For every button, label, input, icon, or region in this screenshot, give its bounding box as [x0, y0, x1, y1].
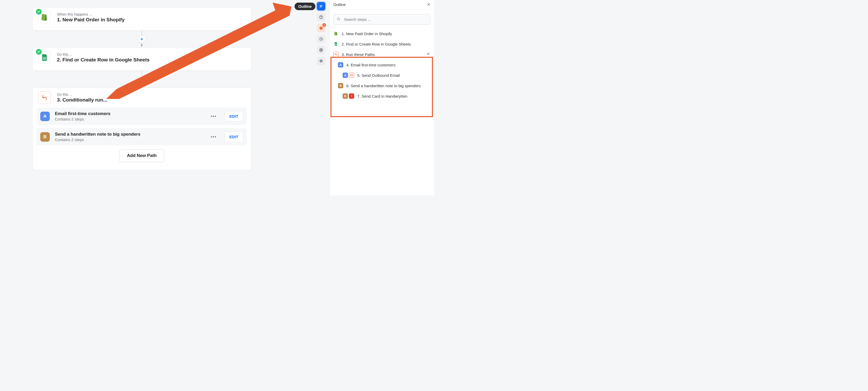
- editor-mini-toolbar: 3: [317, 2, 325, 65]
- path-letter-badge: A: [40, 112, 50, 121]
- path-b-icon: B: [338, 83, 343, 88]
- outline-search-input[interactable]: [333, 14, 430, 25]
- success-check-icon: [36, 49, 42, 55]
- outline-step-paths[interactable]: 3. Run these Paths: [333, 49, 434, 60]
- issues-badge: 3: [322, 23, 326, 27]
- path-edit-button[interactable]: EDIT: [224, 132, 243, 142]
- history-button[interactable]: [317, 35, 325, 43]
- svg-point-16: [337, 18, 339, 20]
- path-subtitle: Contains 2 steps: [55, 138, 203, 142]
- path-letter-badge: B: [40, 132, 50, 142]
- add-step-button[interactable]: +: [138, 75, 146, 83]
- svg-rect-14: [321, 61, 321, 62]
- add-path-button[interactable]: Add New Path: [119, 149, 164, 162]
- path-title: Send a handwritten note to big spenders: [55, 132, 203, 137]
- outline-toggle-button[interactable]: [317, 2, 325, 10]
- outline-step[interactable]: A 4. Email first-time customers: [333, 60, 434, 70]
- svg-rect-9: [321, 27, 321, 28]
- path-b-icon: B: [343, 93, 348, 99]
- path-edit-button[interactable]: EDIT: [224, 111, 243, 121]
- svg-point-7: [321, 18, 321, 18]
- outline-step[interactable]: B 7. Send Card in Handwrytten: [333, 91, 434, 101]
- add-step-button[interactable]: +: [138, 35, 146, 43]
- arrowhead-icon: ▼: [140, 83, 144, 87]
- path-more-button[interactable]: •••: [208, 113, 219, 120]
- outline-step[interactable]: 2. Find or Create Row in Google Sheets: [333, 39, 434, 49]
- step-card-trigger[interactable]: When this happens ... 1. New Paid Order …: [32, 7, 251, 31]
- svg-point-12: [320, 50, 321, 51]
- arrowhead-icon: ▼: [140, 43, 144, 48]
- outline-step[interactable]: B 6. Send a handwritten note to big spen…: [333, 81, 434, 91]
- svg-line-17: [339, 20, 340, 20]
- step-card-action[interactable]: Do this ... 2. Find or Create Row in Goo…: [32, 48, 251, 71]
- app-icon-shopify: [38, 11, 51, 24]
- step-title: 1. New Paid Order in Shopify: [57, 17, 125, 23]
- info-button[interactable]: [317, 57, 325, 65]
- step-eyebrow: Do this ...: [57, 52, 150, 57]
- outline-panel: Outline ✕ 1. New Paid Order in Shopify 2…: [330, 0, 434, 196]
- settings-button[interactable]: [317, 46, 325, 54]
- paths-icon: [333, 52, 339, 57]
- chevron-up-icon: [426, 52, 430, 57]
- path-a-icon: A: [338, 62, 343, 67]
- search-icon: [336, 17, 341, 22]
- issues-button[interactable]: 3: [317, 24, 325, 32]
- handwrytten-icon: [349, 93, 354, 99]
- step-eyebrow: Do this ...: [57, 92, 107, 97]
- outline-step[interactable]: A 5. Send Outbound Email: [333, 70, 434, 81]
- close-icon[interactable]: ✕: [427, 2, 430, 7]
- outline-step[interactable]: 1. New Paid Order in Shopify: [333, 28, 434, 39]
- step-eyebrow: When this happens ...: [57, 12, 125, 17]
- success-check-icon: [36, 9, 42, 14]
- outline-tooltip: Outline: [294, 3, 315, 10]
- mail-icon: [349, 72, 354, 78]
- path-subtitle: Contains 2 steps: [55, 117, 203, 121]
- step-title: 3. Conditionally run...: [57, 97, 107, 103]
- help-button[interactable]: [317, 13, 325, 21]
- shopify-icon: [333, 31, 339, 36]
- path-title: Email first-time customers: [55, 111, 203, 116]
- editor-canvas: ▼ ▼ + + When this happens ... 1. New Pai…: [0, 0, 284, 196]
- app-icon-google-sheets: [38, 51, 51, 64]
- path-row[interactable]: B Send a handwritten note to big spender…: [37, 128, 247, 146]
- path-more-button[interactable]: •••: [208, 133, 219, 141]
- app-icon-paths: [38, 91, 51, 104]
- path-row[interactable]: A Email first-time customers Contains 2 …: [37, 108, 247, 125]
- step-card-paths[interactable]: Do this ... 3. Conditionally run... A Em…: [32, 87, 251, 170]
- path-a-icon: A: [343, 72, 348, 78]
- google-sheets-icon: [333, 41, 339, 47]
- step-title: 2. Find or Create Row in Google Sheets: [57, 57, 150, 63]
- outline-title: Outline: [333, 2, 346, 7]
